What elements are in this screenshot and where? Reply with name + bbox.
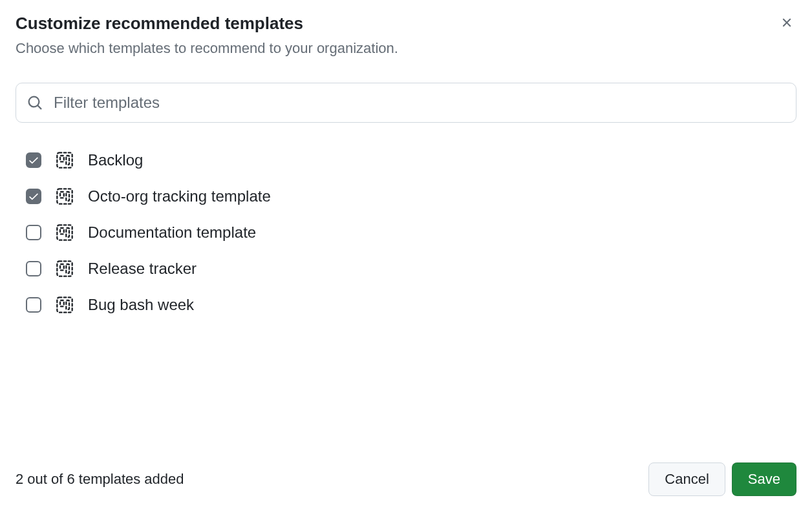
close-icon	[780, 16, 794, 32]
template-item[interactable]: Release tracker	[16, 251, 796, 287]
template-label: Release tracker	[88, 260, 197, 278]
dialog-footer: 2 out of 6 templates added Cancel Save	[16, 450, 796, 496]
search-wrapper	[16, 83, 796, 123]
svg-rect-4	[60, 192, 64, 198]
template-item[interactable]: Octo-org tracking template	[16, 178, 796, 214]
project-template-icon	[56, 223, 74, 242]
close-button[interactable]	[777, 13, 796, 35]
svg-rect-5	[66, 192, 69, 201]
filter-templates-input[interactable]	[16, 83, 796, 123]
template-list: BacklogOcto-org tracking templateDocumen…	[16, 142, 796, 450]
save-button[interactable]: Save	[732, 462, 796, 496]
svg-rect-14	[66, 300, 69, 309]
template-checkbox[interactable]	[26, 189, 41, 204]
svg-rect-1	[60, 156, 64, 161]
svg-rect-10	[60, 264, 64, 270]
status-text: 2 out of 6 templates added	[16, 471, 184, 488]
template-item[interactable]: Backlog	[16, 142, 796, 178]
dialog-title: Customize recommended templates	[16, 13, 303, 35]
project-template-icon	[56, 187, 74, 205]
project-template-icon	[56, 151, 74, 169]
template-checkbox[interactable]	[26, 261, 41, 276]
dialog-subtitle: Choose which templates to recommend to y…	[16, 40, 796, 57]
template-checkbox[interactable]	[26, 225, 41, 240]
template-label: Bug bash week	[88, 296, 194, 314]
svg-rect-2	[66, 156, 69, 165]
svg-rect-7	[60, 228, 64, 234]
template-label: Documentation template	[88, 223, 256, 242]
svg-rect-13	[60, 300, 64, 306]
template-item[interactable]: Documentation template	[16, 214, 796, 251]
customize-templates-dialog: Customize recommended templates Choose w…	[0, 0, 812, 509]
svg-rect-11	[66, 264, 69, 273]
template-label: Backlog	[88, 151, 143, 169]
template-checkbox[interactable]	[26, 152, 41, 168]
template-label: Octo-org tracking template	[88, 187, 271, 205]
footer-buttons: Cancel Save	[648, 462, 796, 496]
dialog-header: Customize recommended templates	[16, 13, 796, 35]
cancel-button[interactable]: Cancel	[648, 462, 725, 496]
project-template-icon	[56, 296, 74, 314]
project-template-icon	[56, 260, 74, 278]
template-item[interactable]: Bug bash week	[16, 287, 796, 323]
svg-rect-8	[66, 228, 69, 237]
template-checkbox[interactable]	[26, 297, 41, 313]
